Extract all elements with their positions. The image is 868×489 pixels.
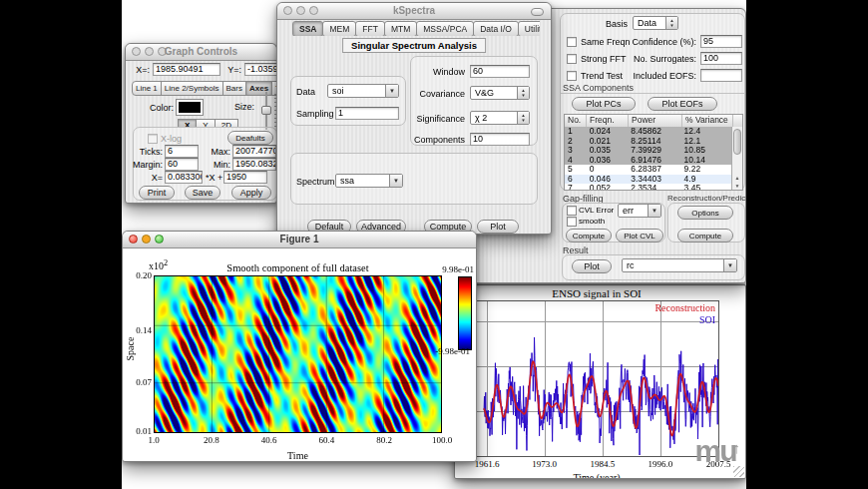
stepper-arrows-icon[interactable]: ▲▼: [517, 112, 529, 124]
stepper-arrows-icon[interactable]: ▲▼: [665, 17, 677, 29]
options-button[interactable]: Options: [677, 206, 733, 220]
significance-label: Significance: [407, 114, 465, 124]
dropdown-arrow-icon[interactable]: ▼: [648, 205, 660, 217]
tab-ssa[interactable]: SSA: [292, 21, 323, 36]
defaults-button[interactable]: Deafults: [227, 131, 273, 145]
tab-bars[interactable]: Bars: [222, 81, 246, 96]
table-row[interactable]: 60.0463.344034.9: [565, 175, 731, 185]
gap-compute-button[interactable]: Compute: [566, 229, 612, 243]
table-row[interactable]: 30.0357.3992910.85: [565, 146, 731, 156]
window-field[interactable]: 60: [470, 65, 530, 78]
tab-mem[interactable]: MEM: [322, 21, 356, 36]
table-row[interactable]: 506.283879.22: [565, 165, 731, 175]
apply-button[interactable]: Apply: [231, 186, 271, 200]
cell: 10.14: [681, 156, 731, 166]
covariance-value: V&G: [475, 88, 494, 98]
column-header-no[interactable]: No. ▴: [565, 115, 587, 127]
heatmap-canvas: [155, 276, 441, 432]
table-row[interactable]: 40.0366.9147610.14: [565, 156, 731, 166]
strong-fft-checkbox[interactable]: [567, 54, 577, 64]
toolbar-toggle-icon[interactable]: [531, 8, 544, 16]
dropdown-arrow-icon[interactable]: ▼: [723, 259, 736, 271]
cell: 6: [565, 175, 587, 185]
plot-eofs-button[interactable]: Plot EOFs: [648, 97, 717, 111]
figure1-window: Figure 1 x102 Smooth component of full d…: [122, 231, 477, 462]
column-header-variance[interactable]: % Variance: [682, 115, 733, 127]
table-scrollbar[interactable]: ▲ ▼: [731, 127, 742, 190]
color-swatch: [179, 102, 201, 113]
scrollbar-thumb[interactable]: [733, 129, 741, 155]
surrogates-field[interactable]: 100: [700, 52, 742, 65]
plot-pcs-button[interactable]: Plot PCs: [572, 97, 636, 111]
components-field[interactable]: 10: [470, 133, 530, 146]
covariance-select[interactable]: V&G ▲▼: [470, 86, 530, 100]
ssa-components-table[interactable]: No. ▴Freqn.Power% Variance 10.0248.45862…: [564, 114, 743, 191]
spectrum-select[interactable]: ssa ▼: [335, 174, 403, 188]
title-bar[interactable]: Figure 1: [123, 232, 476, 248]
cell: 0.052: [587, 184, 629, 190]
column-header-freqn[interactable]: Freqn.: [587, 115, 629, 127]
plot-button[interactable]: Plot: [477, 220, 519, 234]
resize-grip[interactable]: [733, 466, 744, 477]
included-eofs-field[interactable]: [700, 69, 742, 82]
stepper-arrows-icon[interactable]: ▲▼: [517, 87, 529, 99]
sampling-field[interactable]: 1: [335, 107, 399, 120]
trend-test-checkbox[interactable]: [567, 71, 577, 81]
x-tick-label: 20.8: [204, 435, 219, 445]
column-header-power[interactable]: Power: [629, 115, 682, 127]
x-coord-field[interactable]: 1985.90491: [153, 63, 220, 76]
xlog-checkbox[interactable]: [148, 134, 158, 144]
data-select[interactable]: soi ▼: [327, 84, 399, 98]
x-tick-label: 1973.0: [532, 459, 557, 469]
axis-tab-y[interactable]: Y: [196, 119, 215, 127]
table-row[interactable]: 70.0522.35343.45: [565, 184, 731, 190]
dropdown-arrow-icon[interactable]: ▼: [385, 85, 398, 97]
margin-field[interactable]: 60: [165, 158, 199, 171]
xoffset-field[interactable]: 1950: [223, 171, 267, 184]
error-type-select[interactable]: err ▼: [618, 204, 661, 218]
table-row[interactable]: 20.0218.2511412.1: [565, 137, 731, 147]
basis-select[interactable]: Data ▲▼: [633, 16, 678, 30]
plot-cvl-button[interactable]: Plot CVL: [616, 229, 663, 243]
axis-tab-2d[interactable]: 2D: [215, 119, 238, 127]
trend-test-label: Trend Test: [581, 71, 623, 81]
table-body[interactable]: 10.0248.4586212.420.0218.2511412.130.035…: [565, 127, 731, 190]
significance-select[interactable]: χ 2 ▲▼: [470, 111, 530, 125]
xscale-field[interactable]: 0.0833000: [165, 171, 203, 184]
title-bar[interactable]: Graph Controls: [126, 44, 276, 61]
scroll-up-icon[interactable]: ▲: [732, 174, 742, 182]
tab-line-1[interactable]: Line 1: [132, 81, 162, 96]
same-freqn-checkbox[interactable]: [567, 37, 577, 47]
legend-soi: SOI: [699, 314, 715, 325]
tab-line-2-symbols[interactable]: Line 2/Symbols: [161, 81, 223, 96]
dropdown-arrow-icon[interactable]: ▼: [389, 175, 402, 187]
color-label: Color:: [150, 103, 174, 113]
cell: 12.4: [681, 127, 731, 137]
smooth-checkbox[interactable]: [567, 217, 577, 227]
kspectra-tabs: SSAMEMFFTMTMMSSA/PCAData I/OUtilitiesLog: [292, 21, 540, 36]
max-field[interactable]: 2007.47705: [232, 145, 276, 158]
save-button[interactable]: Save: [185, 186, 220, 200]
axis-tab-x[interactable]: X: [178, 119, 197, 127]
result-plot-button[interactable]: Plot: [572, 259, 612, 273]
cvl-error-checkbox[interactable]: [567, 206, 577, 216]
min-field[interactable]: 1950.08325: [232, 158, 276, 171]
print-button[interactable]: Print: [139, 186, 175, 200]
tab-utilities[interactable]: Utilities: [518, 21, 540, 36]
strong-fft-label: Strong FFT: [581, 54, 627, 64]
ticks-field[interactable]: 6: [165, 145, 199, 158]
heatmap-plot-area: [154, 275, 442, 433]
table-row[interactable]: 10.0248.4586212.4: [565, 127, 731, 137]
y-coord-field[interactable]: -1.03592: [244, 63, 277, 76]
tab-mssa-pca[interactable]: MSSA/PCA: [416, 21, 474, 36]
confidence-field[interactable]: 95: [700, 35, 742, 48]
recon-compute-button[interactable]: Compute: [677, 229, 733, 243]
y-tick-label: 0.14: [126, 325, 152, 335]
scroll-down-icon[interactable]: ▼: [732, 182, 742, 190]
tab-fft[interactable]: FFT: [355, 21, 385, 36]
title-bar[interactable]: kSpectra: [277, 3, 551, 20]
tab-mtm[interactable]: MTM: [384, 21, 417, 36]
x-tick-label: 1961.6: [475, 459, 500, 469]
result-select[interactable]: rc ▼: [622, 258, 737, 272]
tab-data-i-o[interactable]: Data I/O: [473, 21, 519, 36]
